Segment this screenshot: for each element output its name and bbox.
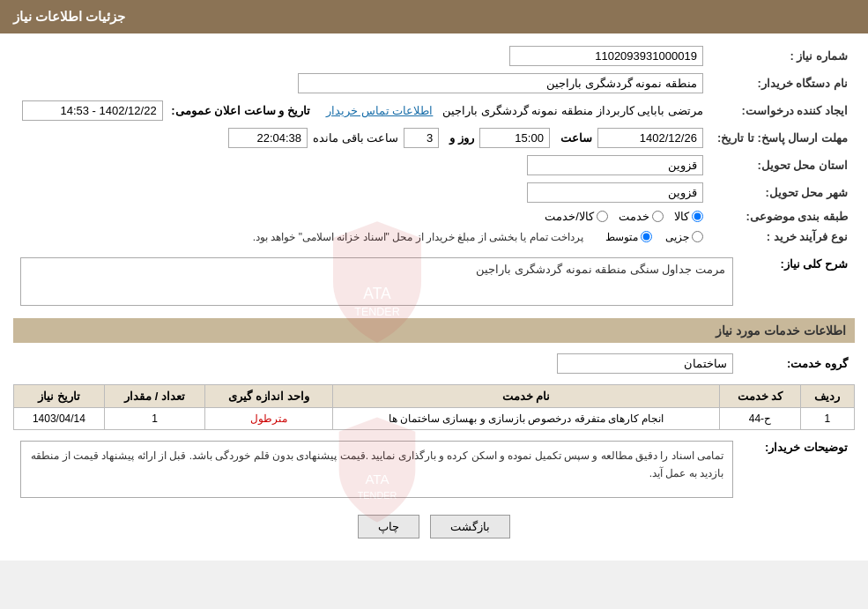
col-header-qty: تعداد / مقدار xyxy=(104,385,204,408)
buyer-notes-table: توضیحات خریدار: ATA TENDER تمامی اسناد ر… xyxy=(13,437,855,501)
page-title: جزئیات اطلاعات نیاز xyxy=(13,9,125,24)
remaining-label: ساعت باقی مانده xyxy=(313,131,398,145)
service-group-row: گروه خدمت: ساختمان xyxy=(13,350,855,377)
service-group-table: گروه خدمت: ساختمان xyxy=(13,350,855,377)
purchase-label-medium: متوسط xyxy=(605,231,638,243)
purchase-option-partial: جزیی xyxy=(665,231,703,243)
back-button[interactable]: بازگشت xyxy=(430,515,510,538)
need-description-label: شرح کلی نیاز: xyxy=(740,254,855,309)
announce-date-label: تاریخ و ساعت اعلان عمومی: xyxy=(171,104,310,117)
purchase-note: پرداخت تمام یا بخشی از مبلغ خریدار از مح… xyxy=(253,231,583,243)
need-number-value: 1102093931000019 xyxy=(342,42,710,70)
buyer-notes-field: تمامی اسناد را دقیق مطالعه و سپس تکمیل ن… xyxy=(20,441,733,498)
reply-deadline-cell: 1402/12/26 ساعت 15:00 روز و 3 ساعت باقی … xyxy=(13,124,710,152)
need-description-field: مرمت جداول سنگی منطقه نمونه گردشگری بارا… xyxy=(20,257,733,306)
purchase-radio-medium[interactable] xyxy=(641,231,652,242)
service-group-field: ساختمان xyxy=(557,353,733,374)
need-description-row: شرح کلی نیاز: ATA TENDER مرمت جداول سنگی… xyxy=(13,254,855,309)
remaining-field: 22:04:38 xyxy=(228,128,308,148)
category-label: طبقه بندی موضوعی: xyxy=(710,206,855,227)
reply-deadline-flex: 1402/12/26 ساعت 15:00 روز و 3 ساعت باقی … xyxy=(20,128,703,148)
category-row: طبقه بندی موضوعی: کالا خدمت xyxy=(13,206,855,227)
cell-qty: 1 xyxy=(104,408,204,430)
col-header-row: ردیف xyxy=(800,385,854,408)
services-table-header-row: ردیف کد خدمت نام خدمت واحد اندازه گیری ت… xyxy=(14,385,855,408)
province-label: استان محل تحویل: xyxy=(710,152,855,179)
city-label: شهر محل تحویل: xyxy=(710,179,855,206)
province-value: قزوین xyxy=(13,152,710,179)
category-value: کالا خدمت کالا/خدمت xyxy=(13,206,710,227)
creator-row: ایجاد کننده درخواست: مرتضی بابایی کاربرد… xyxy=(13,97,855,124)
province-row: استان محل تحویل: قزوین xyxy=(13,152,855,179)
creator-contact-link[interactable]: اطلاعات تماس خریدار xyxy=(326,104,433,117)
buyer-notes-row: توضیحات خریدار: ATA TENDER تمامی اسناد ر… xyxy=(13,437,855,501)
reply-deadline-row: مهلت ارسال پاسخ: تا تاریخ: 1402/12/26 سا… xyxy=(13,124,855,152)
col-header-unit: واحد اندازه گیری xyxy=(205,385,332,408)
reply-days-label: روز و xyxy=(449,131,474,145)
purchase-type-label: نوع فرآیند خرید : xyxy=(710,227,855,247)
reply-date-field: 1402/12/26 xyxy=(597,128,703,148)
purchase-label-partial: جزیی xyxy=(665,231,689,243)
page-header: جزئیات اطلاعات نیاز xyxy=(0,0,868,33)
category-radio-both[interactable] xyxy=(597,211,608,222)
need-description-table: شرح کلی نیاز: ATA TENDER مرمت جداول سنگی… xyxy=(13,254,855,309)
purchase-radio-partial[interactable] xyxy=(692,231,703,242)
category-label-both: کالا/خدمت xyxy=(545,210,594,223)
col-header-code: کد خدمت xyxy=(720,385,801,408)
reply-time-label: ساعت xyxy=(560,131,592,145)
city-row: شهر محل تحویل: قزوین xyxy=(13,179,855,206)
col-header-name: نام خدمت xyxy=(332,385,720,408)
need-number-row: شماره نیاز : 1102093931000019 xyxy=(13,42,855,70)
category-radio-kala[interactable] xyxy=(692,211,703,222)
print-button[interactable]: چاپ xyxy=(358,515,419,538)
purchase-type-row: نوع فرآیند خرید : جزیی متوسط پرداخت xyxy=(13,227,855,247)
buyer-name-label: نام دستگاه خریدار: xyxy=(710,70,855,97)
service-group-value: ساختمان xyxy=(13,350,740,377)
cell-date: 1403/04/14 xyxy=(14,408,105,430)
city-field: قزوین xyxy=(527,182,703,203)
category-label-kala: کالا xyxy=(674,210,689,223)
main-content: شماره نیاز : 1102093931000019 نام دستگاه… xyxy=(0,33,868,561)
category-option-kala: کالا xyxy=(674,210,703,223)
need-number-label: شماره نیاز : xyxy=(710,42,855,70)
cell-code: ح-44 xyxy=(720,408,801,430)
announce-date-cell: تاریخ و ساعت اعلان عمومی: 1402/12/22 - 1… xyxy=(13,97,317,124)
cell-name: انجام کارهای متفرقه درخصوص بازسازی و بهس… xyxy=(332,408,720,430)
page-wrapper: جزئیات اطلاعات نیاز شماره نیاز : 1102093… xyxy=(0,0,868,561)
need-description-cell: ATA TENDER مرمت جداول سنگی منطقه نمونه گ… xyxy=(13,254,740,309)
buyer-name-row: نام دستگاه خریدار: منطقه نمونه گردشگری ب… xyxy=(13,70,855,97)
services-table: ردیف کد خدمت نام خدمت واحد اندازه گیری ت… xyxy=(13,384,855,430)
purchase-option-medium: متوسط xyxy=(605,231,652,243)
purchase-type-group: جزیی متوسط پرداخت تمام یا بخشی از مبلغ خ… xyxy=(20,231,703,243)
cell-unit: مترطول xyxy=(205,408,332,430)
col-header-date: تاریخ نیاز xyxy=(14,385,105,408)
reply-deadline-label: مهلت ارسال پاسخ: تا تاریخ: xyxy=(710,124,855,152)
province-field: قزوین xyxy=(527,155,703,175)
reply-days-field: 3 xyxy=(404,128,439,148)
buyer-notes-label: توضیحات خریدار: xyxy=(740,437,855,501)
creator-value: مرتضی بابایی کاربرداز منطقه نمونه گردشگر… xyxy=(317,97,710,124)
category-radio-group: کالا خدمت کالا/خدمت xyxy=(20,210,703,223)
cell-row: 1 xyxy=(800,408,854,430)
category-radio-service[interactable] xyxy=(652,211,664,222)
info-table: شماره نیاز : 1102093931000019 نام دستگاه… xyxy=(13,42,855,247)
services-section-header: اطلاعات خدمات مورد نیاز xyxy=(13,318,855,343)
buyer-name-value: منطقه نمونه گردشگری باراجین xyxy=(13,70,710,97)
creator-text: مرتضی بابایی کاربرداز منطقه نمونه گردشگر… xyxy=(442,104,703,117)
buttons-row: بازگشت چاپ xyxy=(13,515,855,538)
service-group-label: گروه خدمت: xyxy=(740,350,855,377)
announce-date-field: 1402/12/22 - 14:53 xyxy=(22,100,163,121)
category-option-both: کالا/خدمت xyxy=(545,210,608,223)
purchase-type-value: جزیی متوسط پرداخت تمام یا بخشی از مبلغ خ… xyxy=(13,227,710,247)
svg-text:TENDER: TENDER xyxy=(354,305,399,317)
buyer-notes-cell: ATA TENDER تمامی اسناد را دقیق مطالعه و … xyxy=(13,437,740,501)
creator-label: ایجاد کننده درخواست: xyxy=(710,97,855,124)
city-value: قزوین xyxy=(13,179,710,206)
category-option-service: خدمت xyxy=(619,210,664,223)
reply-time-field: 15:00 xyxy=(479,128,550,148)
need-number-field: 1102093931000019 xyxy=(509,46,703,66)
table-row: 1 ح-44 انجام کارهای متفرقه درخصوص بازساز… xyxy=(14,408,855,430)
buyer-name-field: منطقه نمونه گردشگری باراجین xyxy=(298,73,703,93)
category-label-service: خدمت xyxy=(619,210,649,223)
